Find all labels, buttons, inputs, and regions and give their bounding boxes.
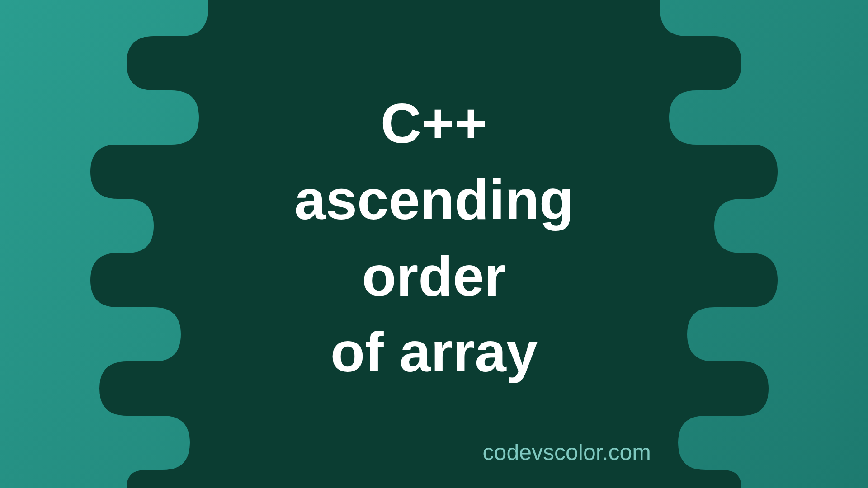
site-watermark: codevscolor.com bbox=[483, 439, 651, 465]
main-content: C++ ascending order of array bbox=[294, 85, 574, 390]
page-title: C++ ascending order of array bbox=[294, 85, 574, 390]
